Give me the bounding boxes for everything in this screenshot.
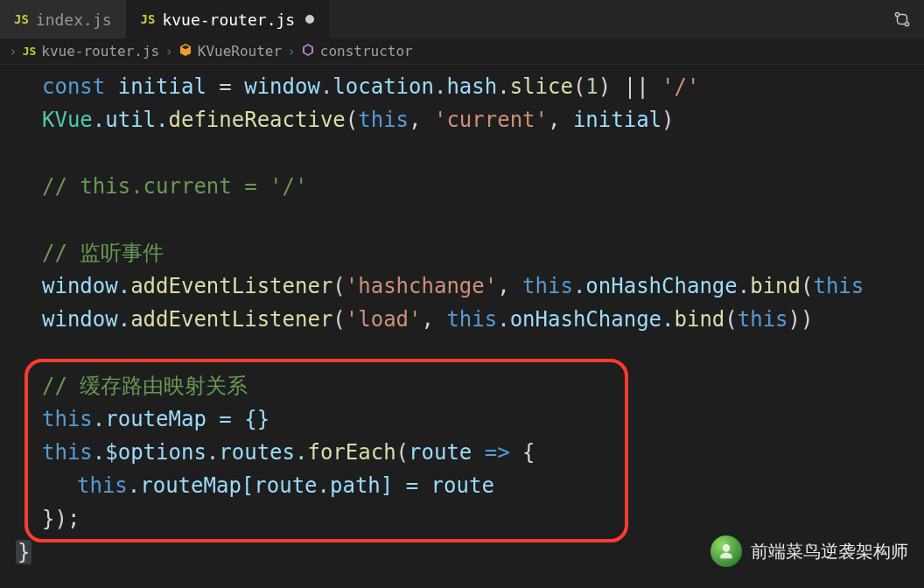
code-line: this.routeMap[route.path] = route: [0, 469, 924, 502]
code-line: window.addEventListener('hashchange', th…: [0, 270, 924, 303]
compare-icon: [892, 10, 912, 29]
code-line: });: [0, 502, 924, 536]
code-line: [0, 336, 924, 369]
code-line: // 监听事件: [0, 236, 924, 270]
svg-point-1: [905, 22, 908, 25]
code-line: KVue.util.defineReactive(this, 'current'…: [0, 103, 924, 136]
js-icon: JS: [23, 45, 37, 58]
tab-kvue-router-js[interactable]: JS kvue-router.js: [127, 0, 330, 38]
js-icon: JS: [141, 12, 156, 26]
breadcrumb-file[interactable]: kvue-router.js: [41, 43, 159, 60]
code-line: // this.current = '/': [0, 170, 924, 203]
method-icon: [301, 43, 315, 60]
code-line: [0, 136, 924, 170]
svg-point-0: [895, 12, 899, 16]
code-editor[interactable]: const initial = window.location.hash.sli…: [0, 65, 924, 569]
tab-index-js[interactable]: JS index.js: [0, 0, 127, 38]
breadcrumb-method[interactable]: constructor: [320, 43, 413, 60]
watermark-text: 前端菜鸟逆袭架构师: [751, 540, 908, 564]
code-line: const initial = window.location.hash.sli…: [0, 70, 924, 103]
breadcrumb-class[interactable]: KVueRouter: [198, 43, 282, 60]
avatar-icon: [710, 536, 742, 567]
chevron-right-icon: ›: [9, 43, 18, 60]
class-icon: [178, 43, 192, 60]
code-line: this.$options.routes.forEach(route => {: [0, 436, 924, 469]
tab-label: index.js: [36, 10, 112, 29]
tab-label: kvue-router.js: [162, 10, 295, 29]
dirty-indicator-icon: [305, 15, 314, 24]
js-icon: JS: [14, 12, 29, 26]
tab-bar: JS index.js JS kvue-router.js: [0, 0, 924, 38]
matching-brace-highlight: }: [16, 540, 32, 564]
code-line: [0, 203, 924, 236]
chevron-right-icon: ›: [287, 43, 296, 60]
chevron-right-icon: ›: [164, 43, 173, 60]
watermark: 前端菜鸟逆袭架构师: [710, 536, 908, 567]
breadcrumb: › JS kvue-router.js › KVueRouter › const…: [0, 38, 924, 65]
code-line: this.routeMap = {}: [0, 402, 924, 436]
code-line: // 缓存路由映射关系: [0, 369, 924, 402]
code-line: window.addEventListener('load', this.onH…: [0, 303, 924, 336]
compare-changes-button[interactable]: [880, 10, 924, 29]
